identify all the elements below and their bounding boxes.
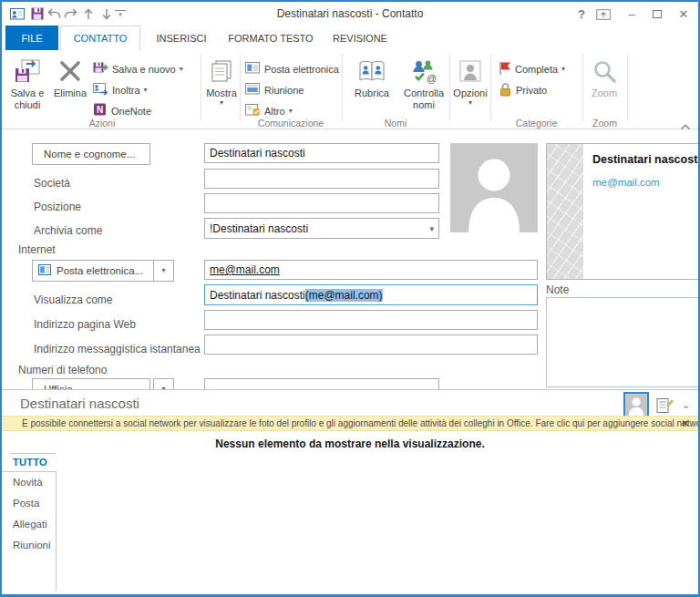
riunione-button[interactable]: Riunione: [245, 80, 304, 99]
nome-e-cognome-label: Nome e cognome...: [44, 149, 135, 160]
nome-input-value: Destinatari nascosti: [210, 147, 305, 160]
completa-button[interactable]: Completa ▾: [499, 59, 565, 78]
tab-inserisci[interactable]: INSERISCI: [146, 26, 217, 50]
opzioni-dropdown-icon: ▾: [468, 99, 472, 107]
visualizza-come-input[interactable]: Destinatari nascosti (me@mail.com): [204, 284, 538, 305]
note-label: Note: [546, 283, 569, 296]
social-network-notification[interactable]: È possibile connettersi a social network…: [2, 416, 698, 431]
salva-e-nuovo-icon: [93, 61, 108, 77]
inoltra-label: Inoltra: [112, 85, 140, 96]
salva-e-nuovo-dropdown-icon: ▾: [180, 66, 183, 73]
rubrica-icon: [358, 57, 386, 86]
visualizza-come-value: Destinatari nascosti: [210, 289, 305, 302]
indirizzo-web-label: Indirizzo pagina Web: [34, 318, 136, 331]
group-label-nomi: Nomi: [342, 118, 449, 129]
inoltra-dropdown-icon: ▾: [144, 87, 148, 94]
titlebar: ▾ Destinatari nascosti - Contatto ? – ✕: [2, 2, 698, 26]
ufficio-dropdown-button[interactable]: ▾: [153, 378, 174, 389]
opzioni-button[interactable]: Opzioni ▾: [451, 54, 489, 123]
ribbon-display-options-icon[interactable]: [595, 6, 612, 21]
person-silhouette-icon: [450, 143, 538, 232]
svg-text:N: N: [97, 105, 103, 115]
mostra-button[interactable]: Mostra ▾: [203, 54, 240, 123]
note-textarea[interactable]: [546, 297, 698, 387]
people-tab-tutto[interactable]: TUTTO: [13, 457, 47, 468]
group-label-azioni: Azioni: [4, 118, 201, 129]
notification-close-icon[interactable]: ✕: [682, 418, 689, 428]
svg-text:@: @: [427, 73, 437, 84]
ribbon: Salva e chiudi Elimina Salva e nuovo ▾ I…: [2, 50, 698, 129]
minimize-icon[interactable]: –: [624, 6, 639, 21]
help-icon[interactable]: ?: [574, 6, 589, 21]
indirizzo-web-input[interactable]: [204, 310, 538, 330]
posta-elettronica-button[interactable]: Posta elettronica: [245, 59, 339, 78]
posta-elettronica-field-button[interactable]: Posta elettronica...: [32, 260, 154, 282]
telefono-section-label: Numeri di telefono: [18, 364, 107, 376]
archivia-come-dropdown-icon: ▾: [429, 224, 434, 233]
completa-label: Completa: [515, 64, 558, 75]
nome-e-cognome-button[interactable]: Nome e cognome...: [32, 143, 150, 165]
altro-icon: [245, 103, 261, 118]
tab-file[interactable]: FILE: [5, 26, 58, 50]
contact-photo-placeholder[interactable]: [450, 143, 538, 232]
indirizzo-im-input[interactable]: [204, 335, 538, 355]
tab-strip-divider: [56, 471, 57, 591]
tab-formato-testo[interactable]: FORMATO TESTO: [222, 26, 319, 50]
business-card-email: me@mail.com: [592, 177, 660, 188]
ribbon-separator: [582, 54, 583, 121]
zoom-icon: [592, 57, 617, 86]
ribbon-separator: [627, 54, 628, 121]
people-pane-title: Destinatari nascosti: [20, 396, 139, 411]
elimina-label: Elimina: [54, 87, 87, 99]
controlla-nomi-label-1: Controlla: [404, 87, 444, 99]
card-view-button[interactable]: [654, 396, 674, 416]
zoom-button: Zoom: [586, 54, 623, 123]
posta-elettronica-dropdown-icon: ▾: [161, 267, 165, 274]
tab-contatto[interactable]: CONTATTO: [60, 26, 140, 50]
privato-button[interactable]: Privato: [499, 80, 547, 99]
close-icon[interactable]: ✕: [676, 6, 691, 21]
controlla-nomi-label-2: nomi: [413, 99, 435, 111]
window-title: Destinatari nascosti - Contatto: [2, 7, 698, 20]
rubrica-label: Rubrica: [355, 87, 389, 99]
archivia-come-combobox[interactable]: !Destinatari nascosti ▾: [204, 218, 439, 239]
people-tab-riunioni[interactable]: Riunioni: [13, 540, 51, 551]
people-tab-allegati[interactable]: Allegati: [13, 519, 47, 530]
empty-view-message: Nessun elemento da mostrare nella visual…: [2, 437, 698, 450]
people-view-button[interactable]: [623, 392, 649, 417]
inoltra-button[interactable]: Inoltra ▾: [93, 80, 148, 99]
salva-e-nuovo-button[interactable]: Salva e nuovo ▾: [93, 59, 183, 78]
elimina-icon: [58, 57, 82, 86]
posta-elettronica-label: Posta elettronica: [264, 64, 339, 75]
ufficio-input[interactable]: [204, 378, 439, 389]
completa-dropdown-icon: ▾: [561, 66, 565, 73]
posizione-label: Posizione: [34, 201, 81, 213]
people-tab-novita[interactable]: Novità: [13, 477, 43, 488]
riunione-label: Riunione: [264, 85, 304, 96]
contact-form: Nome e cognome... Società Posizione Arch…: [2, 129, 698, 389]
maximize-icon[interactable]: [650, 6, 664, 21]
email-input[interactable]: me@mail.com: [204, 260, 538, 280]
posizione-input[interactable]: [204, 193, 439, 213]
salva-e-chiudi-button[interactable]: Salva e chiudi: [7, 54, 47, 123]
societa-input[interactable]: [204, 169, 439, 189]
tab-revisione[interactable]: REVISIONE: [323, 26, 397, 50]
email-input-value: me@mail.com: [210, 263, 280, 276]
ufficio-button[interactable]: Ufficio...: [32, 378, 150, 389]
posta-elettronica-dropdown-button[interactable]: ▾: [153, 260, 174, 282]
elimina-button[interactable]: Elimina: [49, 54, 91, 123]
nome-input[interactable]: Destinatari nascosti: [204, 143, 439, 163]
altro-dropdown-icon: ▾: [289, 108, 293, 115]
rubrica-button[interactable]: Rubrica: [345, 54, 398, 123]
group-label-categorie: Categorie: [490, 118, 582, 129]
group-label-zoom: Zoom: [582, 118, 627, 129]
notification-text: È possibile connettersi a social network…: [22, 418, 698, 428]
pane-expand-chevron-icon[interactable]: ⌄: [682, 399, 690, 411]
business-card-preview[interactable]: Destinatari nascosti me@mail.com: [546, 143, 698, 280]
controlla-nomi-button[interactable]: @ Controlla nomi: [399, 54, 448, 123]
privato-lock-icon: [499, 82, 512, 98]
altro-label: Altro: [264, 106, 285, 117]
business-card-name: Destinatari nascosti: [592, 153, 698, 166]
inoltra-icon: [93, 82, 108, 98]
people-tab-posta[interactable]: Posta: [13, 498, 39, 509]
